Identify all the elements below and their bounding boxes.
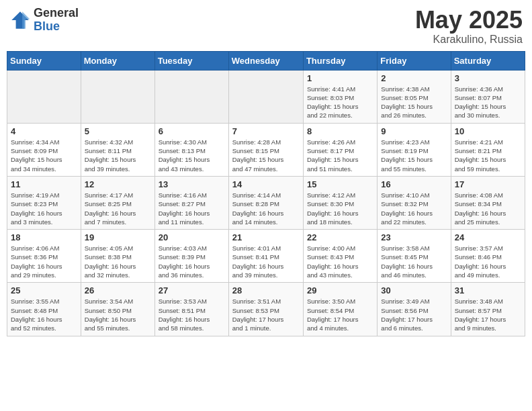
day-number: 20	[159, 232, 225, 242]
day-info: Sunrise: 4:17 AM Sunset: 8:25 PM Dayligh…	[85, 191, 151, 226]
day-info: Sunrise: 4:01 AM Sunset: 8:41 PM Dayligh…	[232, 244, 300, 279]
calendar-cell: 1Sunrise: 4:41 AM Sunset: 8:03 PM Daylig…	[303, 70, 377, 123]
day-number: 19	[85, 232, 151, 242]
day-info: Sunrise: 4:16 AM Sunset: 8:27 PM Dayligh…	[159, 191, 225, 226]
weekday-header-tuesday: Tuesday	[154, 51, 228, 70]
day-info: Sunrise: 4:34 AM Sunset: 8:09 PM Dayligh…	[11, 138, 77, 173]
logo-text: General Blue	[34, 7, 79, 34]
calendar-cell	[154, 70, 228, 123]
day-info: Sunrise: 4:30 AM Sunset: 8:13 PM Dayligh…	[159, 138, 225, 173]
week-row-1: 1Sunrise: 4:41 AM Sunset: 8:03 PM Daylig…	[7, 70, 525, 123]
day-info: Sunrise: 3:49 AM Sunset: 8:56 PM Dayligh…	[381, 297, 447, 332]
calendar-cell: 31Sunrise: 3:48 AM Sunset: 8:57 PM Dayli…	[451, 283, 525, 336]
day-info: Sunrise: 4:14 AM Sunset: 8:28 PM Dayligh…	[232, 191, 300, 226]
calendar-cell: 2Sunrise: 4:38 AM Sunset: 8:05 PM Daylig…	[378, 70, 451, 123]
calendar-cell: 8Sunrise: 4:26 AM Sunset: 8:17 PM Daylig…	[303, 123, 377, 176]
day-number: 25	[11, 285, 77, 295]
calendar-cell: 27Sunrise: 3:53 AM Sunset: 8:51 PM Dayli…	[154, 283, 228, 336]
day-info: Sunrise: 4:41 AM Sunset: 8:03 PM Dayligh…	[307, 85, 373, 120]
day-number: 24	[455, 232, 521, 242]
day-number: 21	[232, 232, 300, 242]
calendar-cell: 22Sunrise: 4:00 AM Sunset: 8:43 PM Dayli…	[303, 230, 377, 283]
calendar-cell	[228, 70, 303, 123]
day-info: Sunrise: 4:26 AM Sunset: 8:17 PM Dayligh…	[307, 138, 373, 173]
calendar-title: May 2025	[415, 7, 523, 34]
logo: General Blue	[9, 7, 79, 34]
day-number: 7	[232, 126, 300, 136]
day-number: 22	[307, 232, 373, 242]
calendar-cell: 4Sunrise: 4:34 AM Sunset: 8:09 PM Daylig…	[7, 123, 81, 176]
day-number: 18	[11, 232, 77, 242]
weekday-header-monday: Monday	[81, 51, 154, 70]
calendar-cell: 9Sunrise: 4:23 AM Sunset: 8:19 PM Daylig…	[378, 123, 451, 176]
weekday-header-thursday: Thursday	[303, 51, 377, 70]
day-number: 31	[455, 285, 521, 295]
logo-blue-text: Blue	[34, 20, 79, 34]
day-info: Sunrise: 3:48 AM Sunset: 8:57 PM Dayligh…	[455, 297, 521, 332]
logo-icon	[9, 9, 31, 31]
day-number: 14	[232, 179, 300, 189]
day-number: 13	[159, 179, 225, 189]
page-header: General Blue May 2025 Karakulino, Russia	[7, 7, 525, 46]
calendar-cell	[81, 70, 154, 123]
calendar-cell: 7Sunrise: 4:28 AM Sunset: 8:15 PM Daylig…	[228, 123, 303, 176]
day-number: 6	[159, 126, 225, 136]
weekday-header-friday: Friday	[378, 51, 451, 70]
day-info: Sunrise: 4:28 AM Sunset: 8:15 PM Dayligh…	[232, 138, 300, 173]
day-number: 27	[159, 285, 225, 295]
calendar-cell: 6Sunrise: 4:30 AM Sunset: 8:13 PM Daylig…	[154, 123, 228, 176]
day-number: 8	[307, 126, 373, 136]
calendar-location: Karakulino, Russia	[415, 34, 523, 46]
day-info: Sunrise: 4:38 AM Sunset: 8:05 PM Dayligh…	[381, 85, 447, 120]
day-info: Sunrise: 4:19 AM Sunset: 8:23 PM Dayligh…	[11, 191, 77, 226]
calendar-cell: 29Sunrise: 3:50 AM Sunset: 8:54 PM Dayli…	[303, 283, 377, 336]
day-info: Sunrise: 4:05 AM Sunset: 8:38 PM Dayligh…	[85, 244, 151, 279]
calendar-cell	[7, 70, 81, 123]
day-number: 12	[85, 179, 151, 189]
calendar-cell: 10Sunrise: 4:21 AM Sunset: 8:21 PM Dayli…	[451, 123, 525, 176]
day-number: 4	[11, 126, 77, 136]
weekday-header-wednesday: Wednesday	[228, 51, 303, 70]
week-row-2: 4Sunrise: 4:34 AM Sunset: 8:09 PM Daylig…	[7, 123, 525, 176]
calendar-table: SundayMondayTuesdayWednesdayThursdayFrid…	[7, 51, 525, 336]
svg-marker-0	[11, 11, 29, 29]
calendar-cell: 28Sunrise: 3:51 AM Sunset: 8:53 PM Dayli…	[228, 283, 303, 336]
day-info: Sunrise: 4:06 AM Sunset: 8:36 PM Dayligh…	[11, 244, 77, 279]
week-row-5: 25Sunrise: 3:55 AM Sunset: 8:48 PM Dayli…	[7, 283, 525, 336]
day-info: Sunrise: 4:32 AM Sunset: 8:11 PM Dayligh…	[85, 138, 151, 173]
day-number: 2	[381, 73, 447, 83]
day-info: Sunrise: 4:21 AM Sunset: 8:21 PM Dayligh…	[455, 138, 521, 173]
week-row-3: 11Sunrise: 4:19 AM Sunset: 8:23 PM Dayli…	[7, 176, 525, 229]
day-info: Sunrise: 3:50 AM Sunset: 8:54 PM Dayligh…	[307, 297, 373, 332]
calendar-cell: 14Sunrise: 4:14 AM Sunset: 8:28 PM Dayli…	[228, 176, 303, 229]
day-number: 17	[455, 179, 521, 189]
day-number: 26	[85, 285, 151, 295]
day-number: 23	[381, 232, 447, 242]
calendar-cell: 12Sunrise: 4:17 AM Sunset: 8:25 PM Dayli…	[81, 176, 154, 229]
calendar-cell: 26Sunrise: 3:54 AM Sunset: 8:50 PM Dayli…	[81, 283, 154, 336]
day-number: 29	[307, 285, 373, 295]
day-info: Sunrise: 4:36 AM Sunset: 8:07 PM Dayligh…	[455, 85, 521, 120]
day-info: Sunrise: 3:55 AM Sunset: 8:48 PM Dayligh…	[11, 297, 77, 332]
day-number: 11	[11, 179, 77, 189]
calendar-cell: 30Sunrise: 3:49 AM Sunset: 8:56 PM Dayli…	[378, 283, 451, 336]
day-number: 15	[307, 179, 373, 189]
calendar-cell: 21Sunrise: 4:01 AM Sunset: 8:41 PM Dayli…	[228, 230, 303, 283]
day-info: Sunrise: 4:23 AM Sunset: 8:19 PM Dayligh…	[381, 138, 447, 173]
day-number: 9	[381, 126, 447, 136]
calendar-cell: 19Sunrise: 4:05 AM Sunset: 8:38 PM Dayli…	[81, 230, 154, 283]
calendar-cell: 15Sunrise: 4:12 AM Sunset: 8:30 PM Dayli…	[303, 176, 377, 229]
day-info: Sunrise: 4:00 AM Sunset: 8:43 PM Dayligh…	[307, 244, 373, 279]
day-info: Sunrise: 3:57 AM Sunset: 8:46 PM Dayligh…	[455, 244, 521, 279]
logo-general-text: General	[34, 7, 79, 20]
calendar-cell: 25Sunrise: 3:55 AM Sunset: 8:48 PM Dayli…	[7, 283, 81, 336]
day-info: Sunrise: 3:53 AM Sunset: 8:51 PM Dayligh…	[159, 297, 225, 332]
calendar-cell: 13Sunrise: 4:16 AM Sunset: 8:27 PM Dayli…	[154, 176, 228, 229]
day-number: 1	[307, 73, 373, 83]
calendar-cell: 3Sunrise: 4:36 AM Sunset: 8:07 PM Daylig…	[451, 70, 525, 123]
calendar-cell: 16Sunrise: 4:10 AM Sunset: 8:32 PM Dayli…	[378, 176, 451, 229]
day-info: Sunrise: 3:58 AM Sunset: 8:45 PM Dayligh…	[381, 244, 447, 279]
calendar-cell: 23Sunrise: 3:58 AM Sunset: 8:45 PM Dayli…	[378, 230, 451, 283]
day-info: Sunrise: 4:10 AM Sunset: 8:32 PM Dayligh…	[381, 191, 447, 226]
day-number: 28	[232, 285, 300, 295]
